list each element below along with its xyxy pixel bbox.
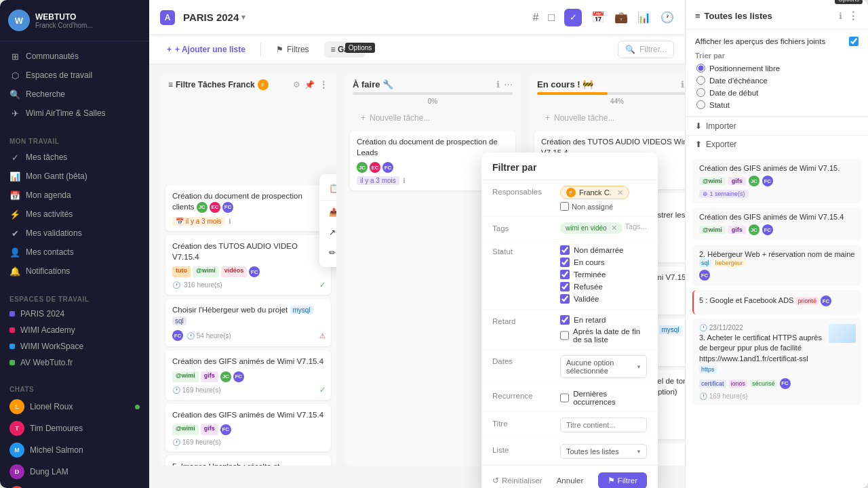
settings-icon[interactable]: ⚙ [293, 80, 300, 89]
sidebar-item-gantt[interactable]: 📊 Mon Gantt (bêta) [0, 167, 149, 186]
gantt-container: ≡ Gantt Options [324, 41, 366, 58]
chat-item-michel[interactable]: M Michel Salmon [0, 439, 149, 461]
right-task-card[interactable]: Création des GIFS animés de Wimi V7.15. … [692, 159, 861, 203]
sort-echeance[interactable]: Date d'échéance [696, 76, 859, 85]
chevron-down-icon[interactable]: ▾ [241, 13, 245, 22]
statut-refusee[interactable]: Refusée [560, 282, 647, 291]
chat-item-dung[interactable]: D Dung LAM [0, 461, 149, 483]
more-options-button[interactable]: ⋮ [848, 10, 859, 22]
sidebar-item-contacts[interactable]: 👤 Mes contacts [0, 243, 149, 262]
date-fin-item[interactable]: 📋 Date de fin [319, 178, 336, 199]
briefcase-icon[interactable]: 💼 [614, 11, 628, 24]
reset-button[interactable]: ↺ Réinitialiser [492, 476, 542, 485]
chat-item-lionel[interactable]: L Lionel Roux [0, 396, 149, 418]
sidebar-item-tasks[interactable]: ✓ Mes tâches [0, 148, 149, 167]
toolbar: + + Ajouter une liste ⚑ Filtres ≡ Gantt … [149, 35, 685, 64]
col3-header: En cours ! 🚧 ℹ ⋯ 44% + Nouvelle tâche... [529, 73, 685, 131]
col2-icons: ℹ ⋯ [496, 79, 513, 89]
info-icon[interactable]: ℹ [681, 79, 684, 89]
non-assigne-checkbox[interactable] [560, 202, 569, 211]
sidebar-item-communities[interactable]: ⊞ Communautés [0, 47, 149, 66]
liste-select[interactable]: Toutes les listes [560, 444, 647, 459]
add-list-button[interactable]: + + Ajouter une liste [160, 41, 252, 58]
kanban-board: ≡ Filtre Tâches Franck F ⚙ 📌 ⋮ [149, 64, 685, 488]
task-card[interactable]: Choisir l'Hébergeur web du projet mysql … [165, 299, 331, 346]
sort-statut[interactable]: Statut [696, 100, 859, 109]
brand-sub: Franck Cord'hom... [35, 22, 93, 29]
importer-action[interactable]: ⬇ Importer [686, 117, 868, 135]
add-task-row[interactable]: + Nouvelle tâche... [353, 109, 513, 127]
more-icon[interactable]: ⋯ [504, 79, 513, 89]
titre-label: Titre [492, 418, 553, 428]
chart-icon[interactable]: 📊 [637, 11, 651, 24]
wimi-tag-close[interactable]: ✕ [611, 224, 617, 232]
exporter-action[interactable]: ⬆ Exporter [686, 135, 868, 153]
sort-libre[interactable]: Positionnement libre [696, 64, 859, 73]
task-card[interactable]: Création des TUTOS AUDIO VIDEO V7.15.4 t… [165, 235, 331, 295]
task-card[interactable]: 5. Images Unsplash : récolte et téléchar… [165, 455, 331, 466]
more-options-icon[interactable]: ⋮ [319, 79, 328, 90]
sort-debut[interactable]: Date de début [696, 88, 859, 97]
show-attachments-checkbox[interactable] [849, 37, 859, 46]
sidebar-item-notifications[interactable]: 🔔 Notifications [0, 262, 149, 281]
check-icon[interactable]: ✓ [564, 9, 582, 26]
statut-checkboxes: Non démarrée En cours Terminée Refusée V… [560, 245, 647, 304]
topbar-title: PARIS 2024 ▾ [183, 12, 245, 23]
chat-item-tim[interactable]: T Tim Demoures [0, 418, 149, 439]
toolbar-search[interactable]: 🔍 Filtrer... [618, 41, 674, 58]
sidebar-item-validations[interactable]: ✔ Mes validations [0, 224, 149, 243]
info-icon[interactable]: ℹ [496, 79, 500, 89]
right-task-card[interactable]: 🕐 23/11/2022 3. Acheter le certificat HT… [692, 319, 861, 405]
dates-select[interactable]: Aucune option sélectionnée [560, 355, 647, 378]
pin-icon[interactable]: 📌 [304, 80, 315, 89]
task-card[interactable]: Création des GIFS animés de Wimi V7.15.4… [165, 350, 331, 399]
right-task-card[interactable]: 5 : Google et Facebook ADS priorité FC [692, 290, 861, 314]
wimi-tag-label: wimi en vidéo [566, 224, 607, 232]
right-panel-title: ≡ Toutes les listes [695, 11, 772, 21]
sidebar-item-wimi-workspace[interactable]: WIMI WorkSpace [0, 338, 149, 354]
sidebar-item-agenda[interactable]: 📅 Mon agenda [0, 186, 149, 205]
partager-item[interactable]: ↗ Partager [319, 222, 336, 243]
chat-item-olivier[interactable]: O Olivier Scorsipa [0, 483, 149, 488]
task-card[interactable]: Création des GIFS animés de Wimi V7.15.4… [165, 404, 331, 451]
chip-close-button[interactable]: ✕ [617, 188, 623, 197]
calendar-icon[interactable]: 📅 [591, 11, 605, 24]
renommer-item[interactable]: ✏ Renommer [319, 243, 336, 263]
doc-icon[interactable]: □ [548, 12, 555, 24]
clock-icon[interactable]: 🕐 [660, 11, 674, 24]
sidebar-item-airtime[interactable]: ✈ Wimi AirTime & Salles [0, 104, 149, 123]
statut-validee[interactable]: Validée [560, 294, 647, 304]
dates-row: Dates Aucune option sélectionnée [481, 350, 658, 384]
cancel-button[interactable]: Annuler [557, 476, 584, 485]
sidebar-item-search[interactable]: 🔍 Recherche [0, 85, 149, 104]
filtres-button[interactable]: ⚑ Filtres [269, 41, 316, 58]
sidebar-item-workspaces[interactable]: ⬡ Espaces de travail [0, 66, 149, 85]
filter-button[interactable]: ⚑ Filtrer [598, 472, 647, 488]
workspaces-icon: ⬡ [9, 70, 20, 81]
sidebar-item-activities[interactable]: ⚡ Mes activités [0, 205, 149, 224]
hash-icon[interactable]: # [532, 12, 538, 24]
info-icon[interactable]: ℹ [839, 11, 842, 21]
task-card[interactable]: Création du document de prospection clie… [165, 185, 331, 231]
add-task-row[interactable]: + Nouvelle tâche... [537, 109, 685, 127]
right-task-card[interactable]: Création des GIFS animés de Wimi V7.15.4… [692, 207, 861, 241]
task-meta: FC 🕐 54 heure(s) ⚠ [172, 330, 326, 341]
sidebar-item-av-webtuto[interactable]: AV WebTuto.fr [0, 354, 149, 371]
titre-input[interactable] [560, 418, 647, 432]
retard-apres-date[interactable]: Après la date de fin de sa liste [560, 327, 647, 344]
sidebar-item-paris[interactable]: PARIS 2024 [0, 306, 149, 322]
statut-en-cours[interactable]: En cours [560, 258, 647, 267]
retard-en-retard[interactable]: En retard [560, 315, 647, 325]
add-list-label: + Ajouter une liste [175, 45, 245, 54]
col1-header: ≡ Filtre Tâches Franck F ⚙ 📌 ⋮ [160, 73, 336, 97]
right-task-card[interactable]: 2. Hébergeur Web + réservation nom de ma… [692, 245, 861, 286]
right-panel-header: ≡ Toutes les listes ℹ ⋮ Options [686, 0, 868, 30]
statut-non-demarree[interactable]: Non démarrée [560, 245, 647, 255]
exporter-item[interactable]: 📤 Exporter [319, 202, 336, 222]
sidebar-item-wimi-academy[interactable]: WIMI Academy [0, 322, 149, 338]
validations-icon: ✔ [9, 228, 20, 239]
right-task-meta: @wimi gifs JC FC [699, 224, 856, 235]
statut-terminee[interactable]: Terminée [560, 270, 647, 279]
recurrence-checkbox[interactable]: Dernières occurrences [560, 390, 647, 406]
tag: ionos [729, 380, 748, 388]
